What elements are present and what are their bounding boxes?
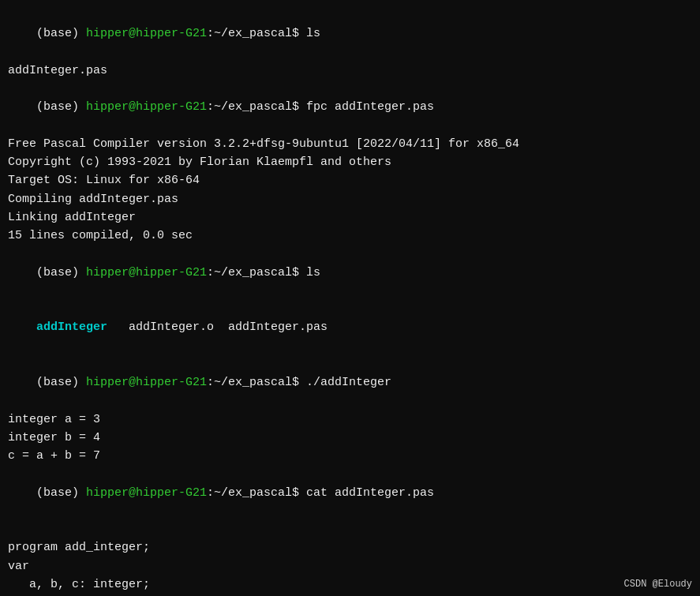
prompt-user: hipper@hipper-G21 — [86, 100, 207, 114]
prompt-dollar: $ ls — [292, 27, 320, 40]
prompt-user: hipper@hipper-G21 — [86, 486, 207, 500]
terminal-line: (base) hipper@hipper-G21:~/ex_pascal$ ca… — [8, 465, 692, 520]
code-line: program add_integer; — [8, 538, 692, 557]
terminal-output: integer a = 3 — [8, 410, 692, 429]
terminal-output: integer b = 4 — [8, 429, 692, 447]
prompt-path: :~/ex_pascal — [207, 100, 292, 114]
code-line: var — [8, 557, 692, 575]
prompt-path: :~/ex_pascal — [207, 27, 292, 40]
terminal-line: (base) hipper@hipper-G21:~/ex_pascal$ fp… — [8, 80, 692, 135]
prompt-base: (base) — [36, 486, 86, 500]
terminal-output: 15 lines compiled, 0.0 sec — [8, 227, 692, 245]
prompt-user: hipper@hipper-G21 — [86, 266, 207, 279]
prompt-path: :~/ex_pascal — [207, 266, 292, 279]
terminal-output: addInteger.pas — [8, 62, 692, 80]
terminal: (base) hipper@hipper-G21:~/ex_pascal$ ls… — [0, 0, 700, 596]
terminal-output: Free Pascal Compiler version 3.2.2+dfsg-… — [8, 135, 692, 153]
prompt-base: (base) — [36, 100, 86, 114]
prompt-dollar: $ ls — [292, 266, 320, 279]
code-line: a, b, c: integer; — [8, 575, 692, 594]
terminal-line: (base) hipper@hipper-G21:~/ex_pascal$ ./… — [8, 355, 692, 410]
prompt-dollar: $ ./addInteger — [292, 376, 391, 389]
terminal-ls-output: addInteger addInteger.o addInteger.pas — [8, 300, 692, 355]
terminal-line: (base) hipper@hipper-G21:~/ex_pascal$ ls — [8, 6, 692, 62]
prompt-path: :~/ex_pascal — [207, 486, 292, 500]
prompt-base: (base) — [36, 27, 86, 40]
terminal-line: (base) hipper@hipper-G21:~/ex_pascal$ ls — [8, 245, 692, 300]
prompt-base: (base) — [36, 266, 86, 279]
ls-files: addInteger.o addInteger.pas — [107, 320, 328, 334]
prompt-user: hipper@hipper-G21 — [86, 27, 207, 40]
empty-line — [8, 520, 692, 538]
prompt-user: hipper@hipper-G21 — [86, 376, 207, 389]
prompt-base: (base) — [36, 376, 86, 389]
terminal-output: Target OS: Linux for x86-64 — [8, 171, 692, 189]
terminal-output: c = a + b = 7 — [8, 447, 692, 465]
terminal-output: Compiling addInteger.pas — [8, 190, 692, 208]
prompt-dollar: $ cat addInteger.pas — [292, 486, 434, 500]
executable-name: addInteger — [36, 320, 107, 334]
terminal-output: Copyright (c) 1993-2021 by Florian Klaem… — [8, 153, 692, 171]
terminal-output: Linking addInteger — [8, 208, 692, 227]
watermark: CSDN @Eloudy — [624, 579, 692, 590]
prompt-path: :~/ex_pascal — [207, 376, 292, 389]
prompt-dollar: $ fpc addInteger.pas — [292, 100, 434, 114]
